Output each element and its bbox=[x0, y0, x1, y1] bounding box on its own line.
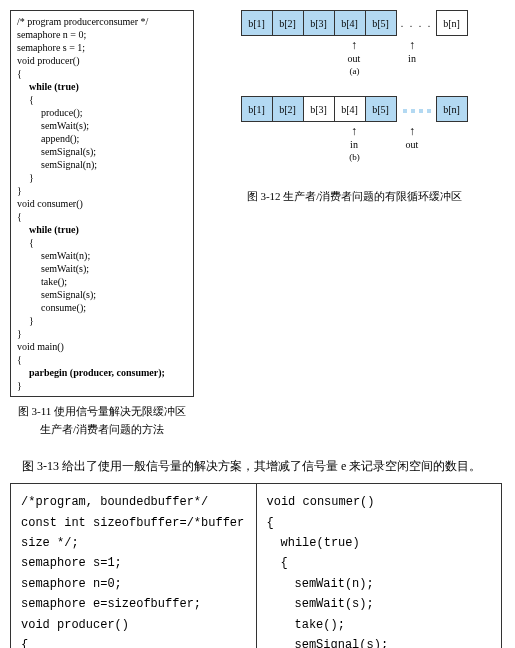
buffer-cell: b[5] bbox=[365, 10, 397, 36]
code-line: semaphore s=1; bbox=[21, 553, 246, 573]
code-line: { bbox=[17, 210, 187, 223]
code-line: while(true) bbox=[281, 533, 492, 553]
fig312-caption: 图 3-12 生产者/消费者问题的有限循环缓冲区 bbox=[247, 188, 463, 206]
buffer-cell: b[3] bbox=[303, 10, 335, 36]
code-line: semSignal(s); bbox=[41, 288, 187, 301]
top-row: /* program producerconsumer */semaphore … bbox=[10, 10, 505, 438]
code-line: } bbox=[17, 184, 187, 197]
fig313-right-col: void consumer(){while(true){semWait(n);s… bbox=[257, 484, 502, 648]
fig313-code: /*program, boundedbuffer*/const int size… bbox=[10, 483, 502, 648]
pointer-label: out bbox=[339, 53, 369, 64]
code-line: void consumer() bbox=[17, 197, 187, 210]
code-line: /*program, boundedbuffer*/ bbox=[21, 492, 246, 512]
code-line: void main() bbox=[17, 340, 187, 353]
code-line: { bbox=[29, 236, 187, 249]
buffer-cell: b[4] bbox=[334, 10, 366, 36]
code-line: semaphore n = 0; bbox=[17, 28, 187, 41]
fig311-caption: 图 3-11 使用信号量解决无限缓冲区 生产者/消费者问题的方法 bbox=[10, 403, 194, 438]
buffer-cell: b[5] bbox=[365, 96, 397, 122]
code-line: void producer() bbox=[21, 615, 246, 635]
code-line: semSignal(n); bbox=[41, 158, 187, 171]
buffer-cell: b[n] bbox=[436, 10, 468, 36]
buffer-cell: b[3] bbox=[303, 96, 335, 122]
code-line: { bbox=[281, 553, 492, 573]
code-line: semaphore s = 1; bbox=[17, 41, 187, 54]
code-line: consume(); bbox=[41, 301, 187, 314]
diagram-a: b[1]b[2]b[3]b[4]b[5]. . . .b[n]outin(a) bbox=[204, 10, 505, 76]
code-line: /* program producerconsumer */ bbox=[17, 15, 187, 28]
code-line: { bbox=[17, 353, 187, 366]
code-line: } bbox=[29, 171, 187, 184]
code-line: } bbox=[17, 379, 187, 392]
buffer-cell: b[2] bbox=[272, 10, 304, 36]
buffer-cell: b[n] bbox=[436, 96, 468, 122]
caption-line: 图 3-11 使用信号量解决无限缓冲区 bbox=[10, 403, 194, 421]
code-line: append(); bbox=[41, 132, 187, 145]
code-line: void consumer() bbox=[267, 492, 492, 512]
code-line: parbegin (producer, consumer); bbox=[29, 366, 187, 379]
buffer-cell: b[2] bbox=[272, 96, 304, 122]
code-line: while (true) bbox=[29, 80, 187, 93]
buffer-cell: b[4] bbox=[334, 96, 366, 122]
code-line: { bbox=[17, 67, 187, 80]
intro-text: 图 3-13 给出了使用一般信号量的解决方案，其增减了信号量 e 来记录空闲空间… bbox=[10, 458, 505, 475]
code-line: take(); bbox=[295, 615, 492, 635]
code-line: semSignal(s); bbox=[41, 145, 187, 158]
caption-line: 生产者/消费者问题的方法 bbox=[10, 421, 194, 439]
code-line: semaphore n=0; bbox=[21, 574, 246, 594]
code-line: take(); bbox=[41, 275, 187, 288]
code-line: semaphore e=sizeofbuffer; bbox=[21, 594, 246, 614]
buffer-cell: b[1] bbox=[241, 10, 273, 36]
code-line: { bbox=[21, 635, 246, 648]
fig311-code: /* program producerconsumer */semaphore … bbox=[10, 10, 194, 397]
code-line: } bbox=[29, 314, 187, 327]
code-line: semWait(n); bbox=[295, 574, 492, 594]
code-line: { bbox=[29, 93, 187, 106]
code-line: semWait(n); bbox=[41, 249, 187, 262]
fig311-block: /* program producerconsumer */semaphore … bbox=[10, 10, 194, 438]
code-line: { bbox=[267, 513, 492, 533]
code-line: semWait(s); bbox=[41, 262, 187, 275]
pointer-label: in bbox=[397, 53, 427, 64]
pointer-label: out bbox=[397, 139, 427, 150]
ellipsis bbox=[397, 104, 437, 115]
arrow-icon bbox=[397, 124, 427, 139]
code-line: semSignal(s); bbox=[295, 635, 492, 648]
fig313-left-col: /*program, boundedbuffer*/const int size… bbox=[11, 484, 257, 648]
arrow-icon bbox=[397, 38, 427, 53]
ellipsis: . . . . bbox=[397, 18, 437, 29]
code-line: semWait(s); bbox=[295, 594, 492, 614]
code-line: produce(); bbox=[41, 106, 187, 119]
code-line: } bbox=[17, 327, 187, 340]
arrow-icon bbox=[339, 124, 369, 139]
sub-label: (a) bbox=[350, 66, 360, 76]
diagram-b: b[1]b[2]b[3]b[4]b[5]b[n]inout(b) bbox=[204, 96, 505, 162]
code-line: const int sizeofbuffer=/*buffer size */; bbox=[21, 513, 246, 554]
code-line: semWait(s); bbox=[41, 119, 187, 132]
code-line: while (true) bbox=[29, 223, 187, 236]
sub-label: (b) bbox=[349, 152, 360, 162]
pointer-label: in bbox=[339, 139, 369, 150]
buffer-cell: b[1] bbox=[241, 96, 273, 122]
fig312-block: b[1]b[2]b[3]b[4]b[5]. . . .b[n]outin(a) … bbox=[204, 10, 505, 206]
code-line: void producer() bbox=[17, 54, 187, 67]
arrow-icon bbox=[339, 38, 369, 53]
